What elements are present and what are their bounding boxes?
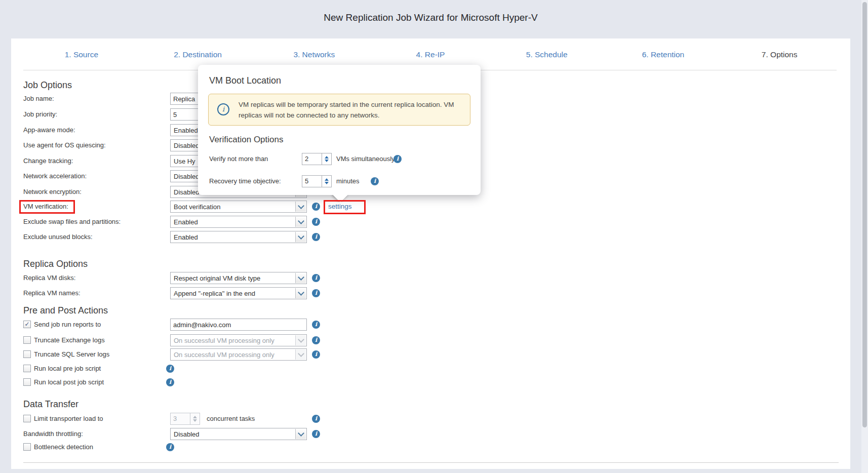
wizard-screen: New Replication Job Wizard for Microsoft… (0, 0, 868, 473)
replica-vm-names-select[interactable]: Append "-replica" in the end (170, 287, 307, 299)
rto-label: Recovery time objective: (209, 175, 281, 187)
section-heading-replica-options: Replica Options (23, 257, 88, 270)
dropdown-arrow-icon (295, 335, 306, 345)
bandwidth-select[interactable]: Disabled (170, 428, 307, 440)
replica-vm-names-label: Replica VM names: (23, 287, 81, 299)
tab-destination[interactable]: 2. Destination (140, 44, 256, 66)
info-icon[interactable]: i (312, 203, 320, 211)
footer-divider (23, 462, 839, 463)
info-icon[interactable]: i (312, 430, 320, 438)
checkmark-icon: ✓ (24, 321, 29, 328)
scrollbar-track[interactable] (861, 0, 868, 473)
spinner-up-icon (193, 416, 197, 418)
limit-load-suffix: concurrent tasks (207, 413, 255, 425)
dropdown-arrow-icon (295, 232, 306, 242)
truncate-exchange-label: Truncate Exchange logs (34, 334, 105, 346)
replica-vm-disks-label: Replica VM disks: (23, 272, 75, 284)
info-icon[interactable]: i (312, 321, 320, 329)
info-icon[interactable]: i (312, 289, 320, 297)
truncate-exchange-checkbox[interactable] (23, 336, 31, 344)
info-icon[interactable]: i (312, 350, 320, 359)
pre-script-checkbox[interactable] (23, 365, 31, 372)
bottleneck-checkbox[interactable] (23, 443, 31, 451)
rto-stepper[interactable]: 5 (302, 175, 332, 187)
popup-pointer (329, 195, 351, 202)
page-title: New Replication Job Wizard for Microsoft… (11, 12, 850, 23)
popup-notice: i VM replicas will be temporary started … (208, 94, 470, 126)
exclude-unused-select[interactable]: Enabled (170, 231, 307, 243)
post-script-label: Run local post job script (34, 376, 104, 388)
dropdown-arrow-icon (295, 217, 306, 227)
replica-vm-disks-value: Respect original VM disk type (174, 273, 294, 284)
truncate-exchange-select: On successful VM processing only (170, 334, 307, 346)
info-icon[interactable]: i (312, 218, 320, 226)
settings-link[interactable]: settings (328, 201, 352, 213)
info-icon[interactable]: i (312, 233, 320, 241)
vm-verification-select[interactable]: Boot verification (170, 201, 307, 213)
info-outline-icon: i (217, 103, 229, 115)
info-icon[interactable]: i (371, 177, 379, 185)
tab-options[interactable]: 7. Options (721, 44, 838, 66)
tab-retention[interactable]: 6. Retention (605, 44, 722, 66)
spinner-down-icon[interactable] (325, 160, 329, 162)
dropdown-arrow-icon (295, 288, 306, 298)
tab-schedule[interactable]: 5. Schedule (489, 44, 605, 66)
replica-vm-names-value: Append "-replica" in the end (174, 288, 294, 299)
verify-count-value: 2 (302, 153, 322, 165)
app-aware-label: App-aware mode: (23, 124, 75, 136)
rto-value: 5 (302, 175, 322, 187)
truncate-exchange-value: On successful VM processing only (174, 335, 294, 346)
popup-notice-text: VM replicas will be temporary started in… (239, 99, 461, 121)
send-reports-checkbox[interactable]: ✓ (23, 321, 31, 328)
info-icon[interactable]: i (312, 274, 320, 282)
exclude-swap-label: Exclude swap files and partitions: (23, 216, 121, 228)
dropdown-arrow-icon (295, 349, 306, 360)
send-reports-label: Send job run reports to (34, 319, 101, 331)
job-priority-label: Job priority: (23, 108, 57, 121)
info-icon[interactable]: i (166, 378, 174, 386)
info-icon[interactable]: i (393, 155, 402, 163)
spinner-down-icon[interactable] (325, 182, 329, 184)
replica-vm-disks-select[interactable]: Respect original VM disk type (170, 272, 307, 284)
vm-verification-value: Boot verification (174, 202, 294, 213)
info-icon[interactable]: i (166, 365, 174, 373)
spinner-up-icon[interactable] (325, 156, 329, 159)
send-reports-email-input[interactable] (170, 319, 307, 331)
info-icon[interactable]: i (312, 415, 320, 423)
dropdown-arrow-icon (295, 202, 306, 212)
verify-count-label: Verify not more than (209, 153, 268, 165)
change-tracking-label: Change tracking: (23, 155, 73, 167)
exclude-swap-select[interactable]: Enabled (170, 216, 307, 228)
spinner-up-icon[interactable] (325, 178, 329, 181)
limit-load-label: Limit transporter load to (34, 413, 103, 425)
os-quiescing-label: Use agent for OS quiescing: (23, 139, 106, 151)
tab-re-ip[interactable]: 4. Re-IP (372, 44, 489, 66)
bandwidth-label: Bandwidth throttling: (23, 428, 83, 440)
truncate-sql-checkbox[interactable] (23, 350, 31, 358)
limit-load-checkbox[interactable] (23, 415, 31, 422)
network-encryption-label: Network encryption: (23, 186, 82, 198)
truncate-sql-label: Truncate SQL Server logs (34, 348, 109, 361)
exclude-swap-value: Enabled (174, 217, 294, 228)
popup-subheading: Verification Options (209, 134, 283, 146)
bottleneck-label: Bottleneck detection (34, 441, 93, 453)
info-icon[interactable]: i (312, 336, 320, 344)
post-script-checkbox[interactable] (23, 378, 31, 386)
limit-load-stepper: 3 (170, 413, 201, 425)
truncate-sql-select: On successful VM processing only (170, 348, 307, 361)
scrollbar-thumb[interactable] (862, 2, 867, 427)
tab-networks[interactable]: 3. Networks (256, 44, 372, 66)
info-icon[interactable]: i (166, 443, 174, 451)
limit-load-value: 3 (170, 413, 190, 425)
truncate-sql-value: On successful VM processing only (174, 349, 294, 361)
section-heading-data-transfer: Data Transfer (23, 398, 78, 411)
section-heading-job-options: Job Options (23, 78, 72, 92)
verify-count-suffix: VMs simultaneously (336, 153, 395, 165)
exclude-unused-value: Enabled (174, 232, 294, 243)
verify-count-stepper[interactable]: 2 (302, 153, 332, 165)
network-acceleration-label: Network acceleration: (23, 170, 87, 182)
tab-source[interactable]: 1. Source (23, 44, 140, 66)
bandwidth-value: Disabled (174, 429, 294, 440)
section-heading-pre-post-actions: Pre and Post Actions (23, 304, 108, 317)
dropdown-arrow-icon (295, 273, 306, 283)
